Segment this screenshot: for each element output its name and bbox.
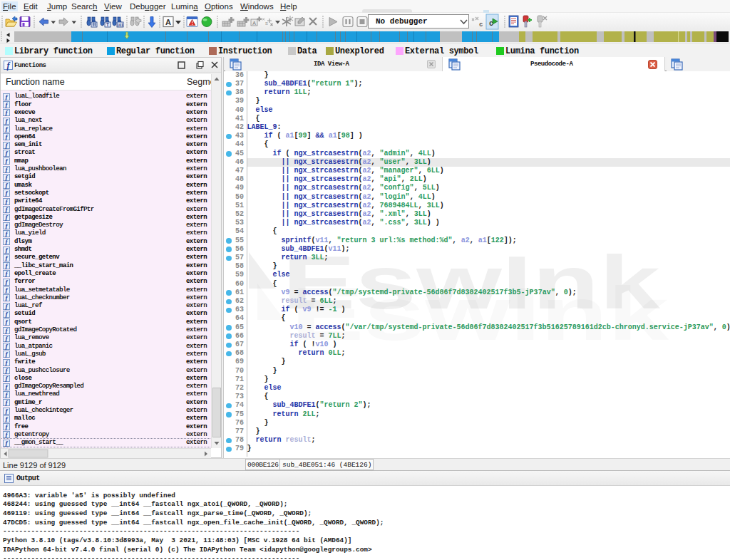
svg-text:A: A xyxy=(165,18,171,26)
svg-text:c: c xyxy=(479,21,483,28)
svg-text:A: A xyxy=(252,21,256,26)
svg-text:T: T xyxy=(106,22,109,27)
svg-text:101: 101 xyxy=(117,23,123,27)
